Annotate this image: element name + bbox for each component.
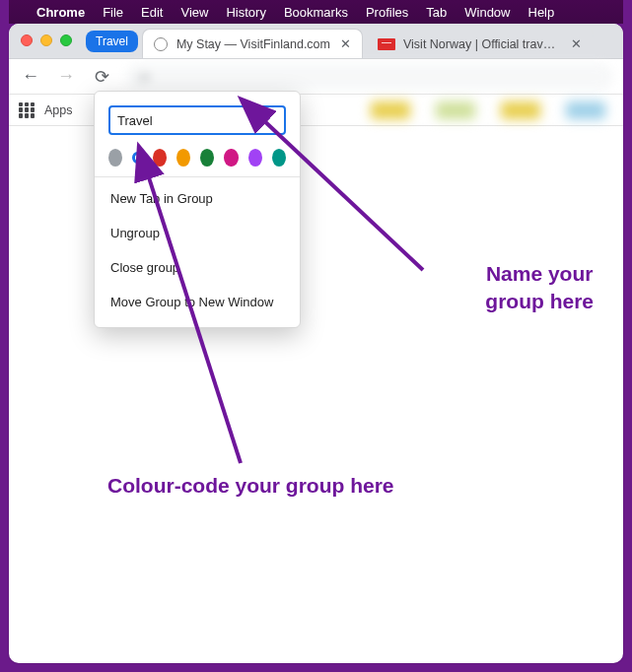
chrome-window: Travel My Stay — VisitFinland.com ✕ Visi… [9, 24, 623, 663]
color-option-pink[interactable] [224, 149, 238, 167]
back-button[interactable]: ← [19, 65, 42, 89]
tab-group-context-menu: New Tab in Group Ungroup Close group Mov… [94, 91, 301, 328]
tab-group-chip-label: Travel [96, 34, 128, 48]
maximize-window-button[interactable] [60, 34, 72, 46]
window-traffic-lights [21, 34, 72, 46]
tab-title: My Stay — VisitFinland.com [176, 37, 330, 51]
color-option-teal[interactable] [272, 149, 286, 167]
apps-label[interactable]: Apps [44, 103, 73, 117]
blurred-bookmarks [371, 101, 605, 119]
menu-tab[interactable]: Tab [426, 5, 447, 20]
menu-file[interactable]: File [103, 5, 123, 20]
color-option-red[interactable] [153, 149, 167, 167]
close-tab-button[interactable]: ✕ [338, 36, 354, 52]
macos-menubar: Chrome File Edit View History Bookmarks … [9, 0, 623, 24]
close-tab-button[interactable]: ✕ [569, 36, 585, 52]
color-option-orange[interactable] [176, 149, 190, 167]
menu-window[interactable]: Window [464, 5, 510, 20]
minimize-window-button[interactable] [40, 34, 52, 46]
tab-title: Visit Norway | Official travel gu [403, 37, 561, 51]
apps-grid-icon[interactable] [19, 102, 35, 118]
menu-ungroup[interactable]: Ungroup [108, 216, 286, 250]
menu-move-to-new-window[interactable]: Move Group to New Window [108, 285, 286, 319]
browser-toolbar: ← → ⟳ uk [9, 59, 623, 95]
group-name-input[interactable] [108, 105, 286, 135]
tab-visitfinland[interactable]: My Stay — VisitFinland.com ✕ [142, 29, 363, 58]
menu-close-group[interactable]: Close group [108, 250, 286, 285]
forward-button[interactable]: → [54, 65, 78, 89]
address-bar[interactable]: uk [125, 63, 613, 91]
color-option-blue[interactable] [132, 152, 143, 164]
color-option-purple[interactable] [248, 149, 262, 167]
menubar-app-name[interactable]: Chrome [36, 5, 85, 20]
menu-edit[interactable]: Edit [141, 5, 163, 20]
menu-history[interactable]: History [226, 5, 265, 20]
menu-help[interactable]: Help [528, 5, 555, 20]
color-option-grey[interactable] [108, 149, 122, 167]
menu-new-tab-in-group[interactable]: New Tab in Group [108, 181, 286, 216]
close-window-button[interactable] [21, 34, 33, 46]
tab-visitnorway[interactable]: Visit Norway | Official travel gu ✕ [367, 29, 594, 58]
favicon-norway-icon [378, 38, 395, 50]
reload-button[interactable]: ⟳ [90, 65, 113, 89]
color-option-green[interactable] [200, 149, 214, 167]
favicon-circle-icon [153, 36, 169, 52]
tab-group-chip[interactable]: Travel [86, 31, 138, 52]
menu-profiles[interactable]: Profiles [366, 5, 408, 20]
menu-bookmarks[interactable]: Bookmarks [284, 5, 348, 20]
group-color-picker [108, 149, 286, 167]
menu-divider [95, 176, 300, 177]
annotation-name-label: Name your group here [485, 260, 594, 316]
menu-view[interactable]: View [180, 5, 208, 20]
omnibox-text: uk [137, 69, 151, 84]
annotation-color-label: Colour-code your group here [107, 472, 394, 500]
tabstrip: Travel My Stay — VisitFinland.com ✕ Visi… [9, 24, 623, 59]
